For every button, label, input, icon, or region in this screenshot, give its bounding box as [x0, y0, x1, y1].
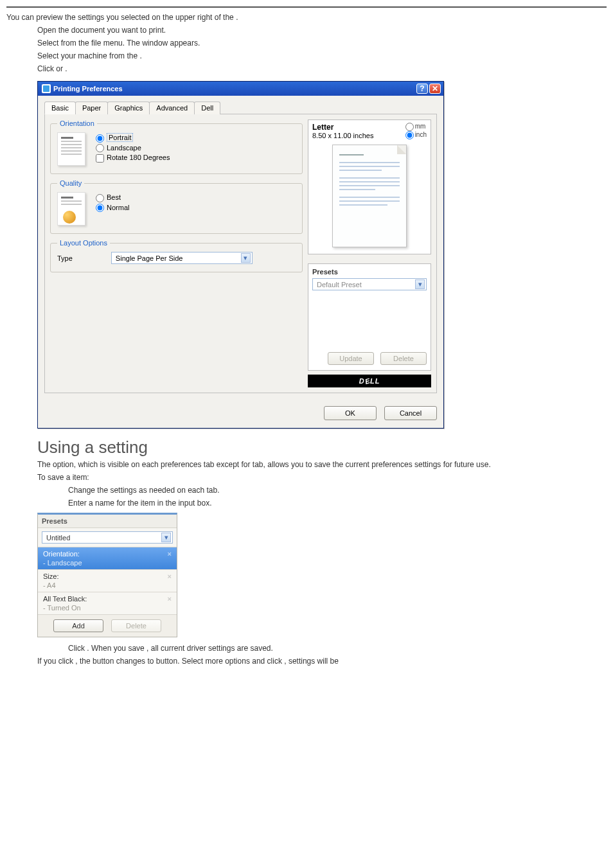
paper-preview: Letter 8.50 x 11.00 inches mm inch: [308, 120, 431, 254]
layout-group: Layout Options Type Single Page Per Side…: [50, 239, 303, 272]
panel-delete-button[interactable]: Delete: [111, 619, 161, 632]
paper-name: Letter: [312, 123, 333, 132]
intro-line: You can preview the settings you selecte…: [6, 12, 607, 23]
quality-thumb: [57, 192, 85, 226]
layout-type-select[interactable]: Single Page Per Side ▾: [111, 252, 253, 264]
step-select-print: Select from the file menu. The window ap…: [37, 37, 607, 49]
presets-panel-header: Presets: [38, 515, 177, 528]
presets-box: Presets Default Preset ▾ Update Delete: [308, 263, 431, 371]
radio-normal[interactable]: Normal: [96, 204, 129, 213]
tab-dell[interactable]: Dell: [194, 102, 220, 114]
presets-heading: Using a setting: [37, 438, 607, 457]
preset-item-orientation[interactable]: Orientation:× - Landscape: [38, 547, 177, 569]
preset-name-input[interactable]: Untitled ▾: [42, 531, 173, 544]
radio-landscape[interactable]: Landscape: [96, 144, 170, 153]
step-open: Open the document you want to print.: [37, 24, 607, 36]
quality-legend: Quality: [57, 179, 84, 187]
paper-sheet: [332, 145, 407, 247]
chevron-down-icon: ▾: [241, 253, 251, 263]
tab-advanced[interactable]: Advanced: [149, 102, 195, 114]
to-save: To save a item:: [37, 472, 607, 483]
chevron-down-icon: ▾: [161, 533, 171, 542]
tab-graphics[interactable]: Graphics: [107, 102, 150, 114]
add-button[interactable]: Add: [53, 619, 103, 632]
ok-button[interactable]: OK: [324, 406, 377, 420]
help-button[interactable]: ?: [416, 84, 428, 94]
presets-select[interactable]: Default Preset ▾: [312, 278, 427, 290]
layout-type-label: Type: [57, 254, 73, 262]
layout-legend: Layout Options: [57, 239, 110, 247]
radio-best[interactable]: Best: [96, 193, 129, 202]
save-step3: Click . When you save , all current driv…: [68, 642, 607, 654]
titlebar[interactable]: Printing Preferences ? ✕: [38, 82, 443, 96]
check-rotate[interactable]: Rotate 180 Degrees: [96, 154, 170, 163]
preset-item-alltextblack[interactable]: All Text Black:× - Turned On: [38, 592, 177, 614]
presets-title: Presets: [312, 268, 427, 276]
presets-panel: Presets Untitled ▾ Orientation:× - Lands…: [37, 513, 177, 637]
paper-size: 8.50 x 11.00 inches: [312, 132, 373, 139]
close-button[interactable]: ✕: [429, 84, 441, 94]
if-click: If you click , the button changes to but…: [37, 655, 607, 667]
brand-bar: DELL: [308, 375, 431, 387]
orientation-thumb: [57, 132, 85, 166]
preset-item-size[interactable]: Size:× - A4: [38, 569, 177, 592]
update-button[interactable]: Update: [328, 352, 374, 365]
unit-inch[interactable]: inch: [405, 131, 427, 139]
save-step1: Change the settings as needed on each ta…: [68, 484, 607, 496]
window-title: Printing Preferences: [53, 85, 123, 93]
step-select-machine: Select your machine from the .: [37, 50, 607, 62]
close-icon[interactable]: ×: [168, 550, 172, 558]
printing-preferences-dialog: Printing Preferences ? ✕ Basic Paper Gra…: [37, 81, 444, 429]
orientation-group: Orientation Portrait Landscape Rotate 18…: [50, 120, 303, 174]
step-click: Click or .: [37, 63, 607, 75]
cancel-button[interactable]: Cancel: [384, 406, 437, 420]
tabs: Basic Paper Graphics Advanced Dell: [44, 101, 437, 114]
close-icon[interactable]: ×: [168, 595, 172, 603]
save-step2: Enter a name for the item in the input b…: [68, 497, 607, 509]
unit-mm[interactable]: mm: [405, 123, 427, 131]
intro-text: You can preview the settings you selecte…: [6, 13, 236, 22]
presets-para: The option, which is visible on each pre…: [37, 459, 607, 470]
orientation-legend: Orientation: [57, 120, 97, 127]
radio-portrait[interactable]: Portrait: [96, 134, 170, 143]
app-icon: [42, 84, 51, 93]
delete-button[interactable]: Delete: [380, 352, 427, 365]
tab-paper[interactable]: Paper: [75, 102, 108, 114]
tab-basic[interactable]: Basic: [44, 102, 76, 114]
close-icon[interactable]: ×: [168, 572, 172, 580]
chevron-down-icon: ▾: [415, 279, 425, 289]
quality-group: Quality Best Normal: [50, 179, 303, 234]
